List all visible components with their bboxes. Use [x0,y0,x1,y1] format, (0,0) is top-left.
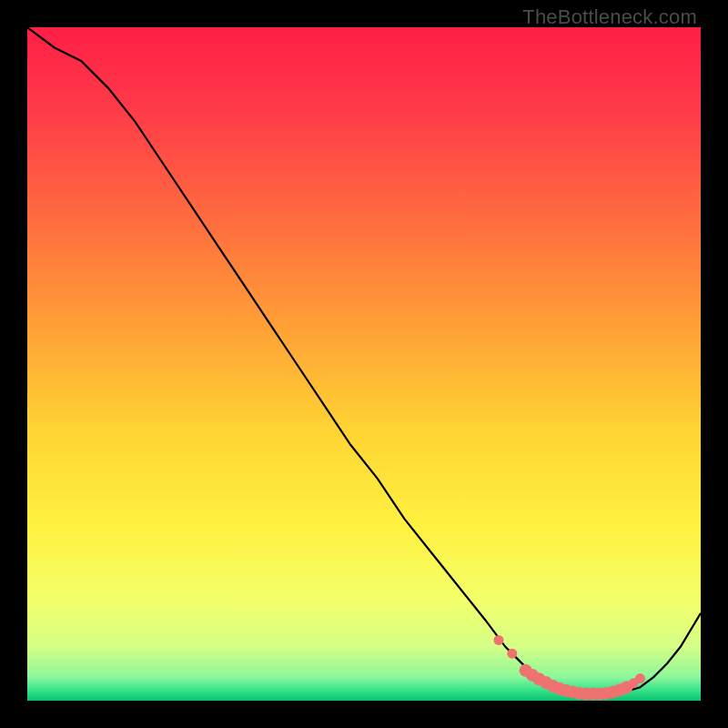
marker-point [635,673,645,683]
gradient-background [27,27,701,701]
watermark-text: TheBottleneck.com [522,5,697,29]
chart-svg [27,27,701,701]
marker-point [494,635,504,645]
marker-point [507,649,517,659]
chart-area [27,27,701,701]
